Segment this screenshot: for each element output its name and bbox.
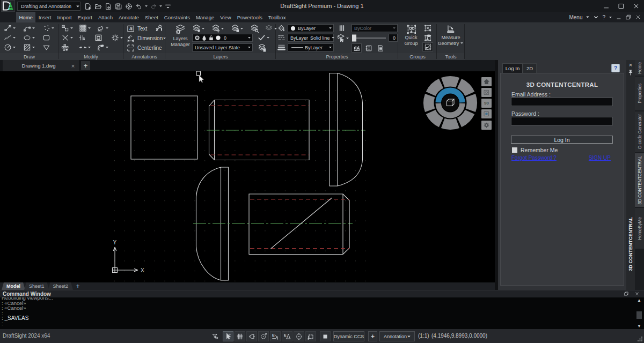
customize-qat-icon[interactable]: [163, 2, 173, 11]
centerline-tool[interactable]: Centerline: [127, 43, 161, 52]
grid-toggle[interactable]: [235, 331, 245, 341]
side-tab-homebyme[interactable]: HomeByMe: [635, 208, 644, 249]
panel-close-icon[interactable]: ×: [626, 62, 635, 68]
chevron-down-icon[interactable]: [266, 36, 270, 40]
ribbon-tab-attach[interactable]: Attach: [96, 12, 116, 23]
leader-tool[interactable]: [155, 24, 163, 32]
point-tool[interactable]: [42, 24, 55, 32]
chevron-down-icon[interactable]: [105, 46, 109, 49]
explode-tool[interactable]: [111, 34, 123, 42]
doc-minimize-icon[interactable]: [616, 14, 622, 20]
gear-nav-button[interactable]: [481, 121, 492, 130]
import-icon[interactable]: [103, 2, 113, 11]
linecolor-tool[interactable]: [277, 24, 286, 32]
move-tool[interactable]: [61, 24, 74, 32]
add-sheet-button[interactable]: +: [72, 282, 84, 290]
chevron-down-icon[interactable]: [346, 36, 349, 40]
ribbon-tab-view[interactable]: View: [217, 12, 234, 23]
ribbon-tab-import[interactable]: Import: [54, 12, 75, 23]
command-scrollbar[interactable]: ▲ ▼: [635, 299, 643, 329]
layer-tools-dropdown[interactable]: [336, 34, 349, 42]
trim-tool[interactable]: [61, 34, 74, 42]
layer-delete-tool[interactable]: [258, 43, 266, 52]
entity-info-button[interactable]: [375, 43, 385, 53]
minimize-icon[interactable]: [600, 1, 612, 11]
chevron-down-icon[interactable]: [32, 36, 35, 40]
publish-icon[interactable]: [123, 2, 134, 11]
properties-palette-button[interactable]: [363, 43, 374, 53]
ribbon-tab-toolbox[interactable]: Toolbox: [265, 12, 289, 23]
new-file-icon[interactable]: [83, 2, 93, 11]
gravity-toggle[interactable]: [294, 331, 304, 341]
rectangle-tool[interactable]: [42, 34, 50, 42]
sheet-tab-model[interactable]: Model: [2, 282, 25, 290]
layer-new-tool[interactable]: [211, 24, 224, 33]
transparency-value-box[interactable]: 0: [389, 34, 398, 42]
undo-icon[interactable]: [134, 2, 144, 11]
linecolor-dropdown[interactable]: ByLayer: [288, 24, 334, 32]
sign-up-link[interactable]: SIGN UP: [589, 155, 611, 161]
chevron-down-icon[interactable]: [12, 26, 16, 30]
fillet-tool[interactable]: [97, 43, 109, 51]
hatch-color-dropdown[interactable]: ByColor: [352, 24, 398, 32]
measure-geometry-button[interactable]: MeasureGeometry: [438, 24, 464, 46]
panel-help-button[interactable]: ?: [611, 64, 620, 72]
scroll-up-icon[interactable]: ▲: [636, 299, 642, 303]
line-tool[interactable]: [4, 24, 16, 32]
ribbon-tab-manage[interactable]: Manage: [193, 12, 217, 23]
chevron-down-icon[interactable]: [12, 36, 16, 40]
dynamic-ccs-button[interactable]: Dynamic CCS: [333, 331, 364, 341]
erase-tool[interactable]: [97, 24, 109, 32]
new-document-tab-button[interactable]: +: [81, 61, 90, 70]
split-tool[interactable]: [78, 34, 86, 42]
add-scale-button[interactable]: +: [368, 331, 377, 341]
save-icon[interactable]: [113, 2, 123, 11]
email-field[interactable]: [511, 98, 613, 106]
entity-filter-toggle[interactable]: [211, 333, 219, 341]
ribbon-tab-constraints[interactable]: Constraints: [161, 12, 193, 23]
redo-icon[interactable]: [148, 2, 158, 11]
chevron-down-icon[interactable]: [120, 36, 123, 40]
layer-lock-tool[interactable]: [231, 24, 244, 33]
undo-caret-icon[interactable]: [144, 2, 148, 11]
layers-manager-button[interactable]: Layers Manager: [169, 24, 192, 47]
offset-tool[interactable]: [94, 34, 103, 42]
chevron-down-icon[interactable]: [105, 26, 109, 30]
ortho-toggle[interactable]: [258, 331, 269, 341]
panel-tab-login[interactable]: Log In: [502, 63, 523, 73]
command-window-close-icon[interactable]: [634, 291, 640, 296]
resize-grip[interactable]: [637, 336, 643, 342]
command-window-float-icon[interactable]: [624, 291, 629, 296]
pointer-toggle[interactable]: [223, 331, 233, 341]
password-field[interactable]: [511, 117, 613, 125]
doc-restore-icon[interactable]: [625, 14, 632, 20]
login-button[interactable]: Log In: [511, 136, 613, 144]
multileader-tool[interactable]: [338, 24, 346, 32]
help-caret-icon[interactable]: [609, 16, 612, 19]
help-button[interactable]: ?: [602, 14, 605, 20]
chevron-down-icon[interactable]: [70, 36, 74, 40]
side-tab-g-code-generator[interactable]: G-code Generator: [635, 111, 644, 152]
active-layer-dropdown[interactable]: 0: [192, 34, 253, 42]
app-logo-icon[interactable]: [1, 0, 15, 12]
close-icon[interactable]: [630, 1, 642, 11]
hatch-tool[interactable]: [23, 43, 35, 51]
side-tab-home[interactable]: Home: [635, 60, 644, 76]
command-window[interactable]: Command Window Rebuilding viewports...: …: [0, 290, 644, 329]
edit-pattern-tool[interactable]: [61, 43, 69, 51]
annotation-scale-button[interactable]: [352, 43, 362, 53]
chevron-down-icon[interactable]: [201, 27, 205, 31]
ribbon-tab-annotate[interactable]: Annotate: [115, 12, 142, 23]
annotation-scale-dropdown[interactable]: Annotation: [379, 331, 415, 341]
group-selection-toggle[interactable]: [422, 42, 433, 51]
entity-track-toggle[interactable]: E: [282, 331, 292, 341]
forgot-password-link[interactable]: Forgot Password ?: [511, 155, 557, 161]
linestyle-tool[interactable]: [277, 34, 286, 42]
maximize-icon[interactable]: [615, 1, 627, 11]
lineweight-tool[interactable]: [277, 43, 286, 51]
circle-tool[interactable]: [4, 43, 16, 51]
drawing-canvas[interactable]: YX90: [0, 71, 495, 282]
dimension-tool[interactable]: Dimension: [127, 34, 159, 42]
panel-pin-icon[interactable]: [627, 69, 634, 77]
document-tab[interactable]: Drawing 1.dwg ×: [3, 60, 79, 71]
